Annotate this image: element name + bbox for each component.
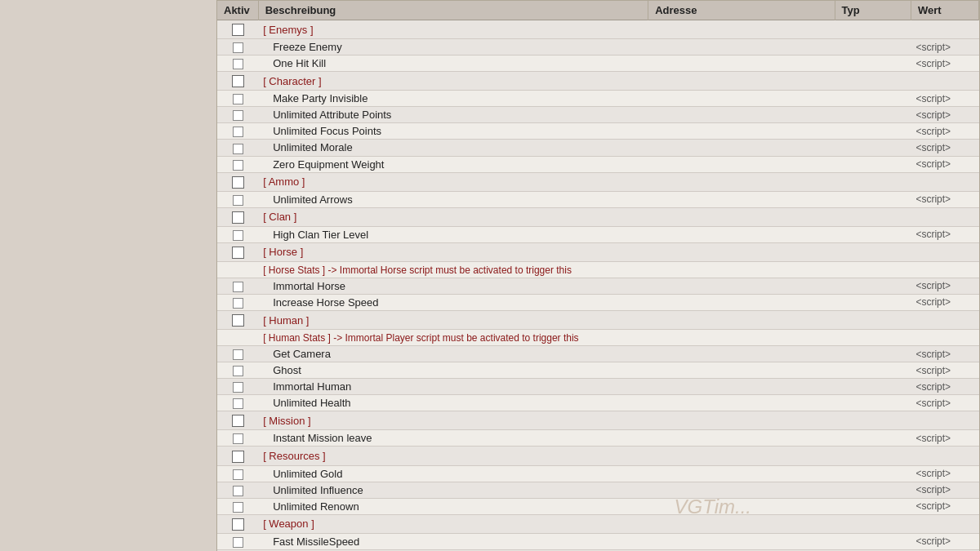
category-label: [ Character ] bbox=[263, 75, 322, 87]
item-checkbox[interactable] bbox=[233, 398, 243, 409]
wert-value: <script> bbox=[911, 465, 978, 482]
item-checkbox[interactable] bbox=[233, 382, 243, 393]
wert-value: <script> bbox=[911, 482, 978, 498]
table-row: Immortal Horse<script> bbox=[217, 278, 979, 294]
main-container: Aktiv Beschreibung Adresse Typ Wert [ En… bbox=[0, 0, 980, 551]
table-row: Get Camera<script> bbox=[217, 346, 979, 362]
category-label: [ Enemys ] bbox=[263, 24, 313, 36]
item-label: Unlimited Attribute Points bbox=[263, 109, 391, 121]
item-label: Unlimited Arrows bbox=[263, 193, 353, 206]
wert-value: <script> bbox=[911, 379, 978, 395]
wert-value: <script> bbox=[911, 346, 978, 362]
table-row: [ Clan ] bbox=[217, 207, 979, 226]
wert-value: <script> bbox=[911, 294, 978, 310]
left-panel bbox=[0, 0, 216, 551]
wert-value: <script> bbox=[911, 156, 978, 172]
item-checkbox[interactable] bbox=[233, 486, 243, 496]
item-label: Fast MissileSpeed bbox=[263, 535, 359, 548]
item-label: Instant Mission leave bbox=[263, 432, 372, 444]
item-checkbox[interactable] bbox=[233, 42, 243, 53]
item-checkbox[interactable] bbox=[233, 366, 243, 376]
item-checkbox[interactable] bbox=[233, 349, 243, 360]
category-label: [ Mission ] bbox=[263, 415, 311, 427]
item-checkbox[interactable] bbox=[233, 59, 243, 69]
header-wert: Wert bbox=[911, 1, 978, 20]
table-row: Unlimited Attribute Points<script> bbox=[217, 107, 979, 123]
table-row: Fast MissileSpeed<script> bbox=[217, 533, 979, 549]
table-row: [ Character ] bbox=[217, 72, 979, 91]
wert-value: <script> bbox=[911, 123, 978, 140]
item-label: High Clan Tier Level bbox=[263, 229, 368, 241]
table-row: Zero Equipment Weight<script> bbox=[217, 156, 979, 172]
wert-value: <script> bbox=[911, 430, 978, 447]
table-row: [ Horse ] bbox=[217, 242, 979, 261]
wert-value: <script> bbox=[911, 533, 978, 549]
item-checkbox[interactable] bbox=[233, 160, 243, 171]
wert-value: <script> bbox=[911, 39, 978, 56]
item-checkbox[interactable] bbox=[233, 144, 243, 154]
item-label: Unlimited Renown bbox=[263, 500, 359, 513]
table-header-row: Aktiv Beschreibung Adresse Typ Wert bbox=[217, 1, 979, 20]
item-checkbox[interactable] bbox=[233, 282, 243, 292]
category-checkbox[interactable] bbox=[232, 176, 244, 189]
item-checkbox[interactable] bbox=[233, 298, 243, 309]
table-row: Unlimited Influence<script> bbox=[217, 482, 979, 498]
category-label: [ Human ] bbox=[263, 314, 309, 327]
item-label: Freeze Enemy bbox=[263, 41, 342, 53]
wert-value: <script> bbox=[911, 140, 978, 156]
item-label: Unlimited Influence bbox=[263, 484, 363, 496]
category-checkbox[interactable] bbox=[232, 415, 244, 427]
category-label: [ Resources ] bbox=[263, 450, 326, 462]
table-row: High Clan Tier Level<script> bbox=[217, 226, 979, 242]
cheat-table: Aktiv Beschreibung Adresse Typ Wert [ En… bbox=[217, 1, 979, 551]
header-aktiv: Aktiv bbox=[217, 1, 258, 20]
wert-value: <script> bbox=[911, 107, 978, 123]
table-row: Unlimited Health<script> bbox=[217, 395, 979, 411]
table-row: Unlimited Arrows<script> bbox=[217, 191, 979, 207]
item-label: Unlimited Focus Points bbox=[263, 125, 381, 137]
item-label: Get Camera bbox=[263, 348, 331, 360]
item-label: Make Party Invisible bbox=[263, 92, 368, 104]
item-checkbox[interactable] bbox=[233, 127, 243, 137]
table-row: [ Weapon ] bbox=[217, 514, 979, 533]
table-row: Unlimited Gold<script> bbox=[217, 465, 979, 482]
category-checkbox[interactable] bbox=[232, 75, 244, 87]
note-label: [ Horse Stats ] -> Immortal Horse script… bbox=[263, 264, 572, 276]
item-checkbox[interactable] bbox=[233, 110, 243, 121]
header-typ: Typ bbox=[835, 1, 911, 20]
table-row: [ Horse Stats ] -> Immortal Horse script… bbox=[217, 261, 979, 278]
category-checkbox[interactable] bbox=[232, 247, 244, 259]
table-row: [ Enemys ] bbox=[217, 20, 979, 39]
category-checkbox[interactable] bbox=[232, 314, 244, 327]
item-checkbox[interactable] bbox=[233, 469, 243, 480]
item-checkbox[interactable] bbox=[233, 537, 243, 548]
item-checkbox[interactable] bbox=[233, 230, 243, 241]
table-area: Aktiv Beschreibung Adresse Typ Wert [ En… bbox=[216, 0, 980, 551]
item-label: Immortal Horse bbox=[263, 280, 345, 292]
category-checkbox[interactable] bbox=[232, 211, 244, 224]
category-checkbox[interactable] bbox=[232, 518, 244, 531]
table-row: Immortal Human<script> bbox=[217, 379, 979, 395]
table-row: [ Ammo ] bbox=[217, 172, 979, 191]
table-row: [ Mission ] bbox=[217, 411, 979, 430]
table-row: Unlimited Morale<script> bbox=[217, 140, 979, 156]
table-row: Unlimited Renown<script> bbox=[217, 498, 979, 514]
table-row: Instant Mission leave<script> bbox=[217, 430, 979, 447]
category-checkbox[interactable] bbox=[232, 24, 244, 36]
item-checkbox[interactable] bbox=[233, 94, 243, 104]
wert-value: <script> bbox=[911, 278, 978, 294]
item-checkbox[interactable] bbox=[233, 433, 243, 444]
item-checkbox[interactable] bbox=[233, 195, 243, 206]
item-label: Increase Horse Speed bbox=[263, 296, 378, 309]
note-label: [ Human Stats ] -> Immortal Player scrip… bbox=[263, 332, 578, 344]
item-checkbox[interactable] bbox=[233, 502, 243, 513]
wert-value: <script> bbox=[911, 56, 978, 72]
table-row: Make Party Invisible<script> bbox=[217, 91, 979, 107]
item-label: One Hit Kill bbox=[263, 57, 326, 69]
item-label: Unlimited Gold bbox=[263, 468, 342, 480]
category-checkbox[interactable] bbox=[232, 451, 244, 463]
header-adresse: Adresse bbox=[648, 1, 835, 20]
table-row: Freeze Enemy<script> bbox=[217, 39, 979, 56]
category-label: [ Ammo ] bbox=[263, 176, 305, 188]
category-label: [ Clan ] bbox=[263, 211, 296, 223]
